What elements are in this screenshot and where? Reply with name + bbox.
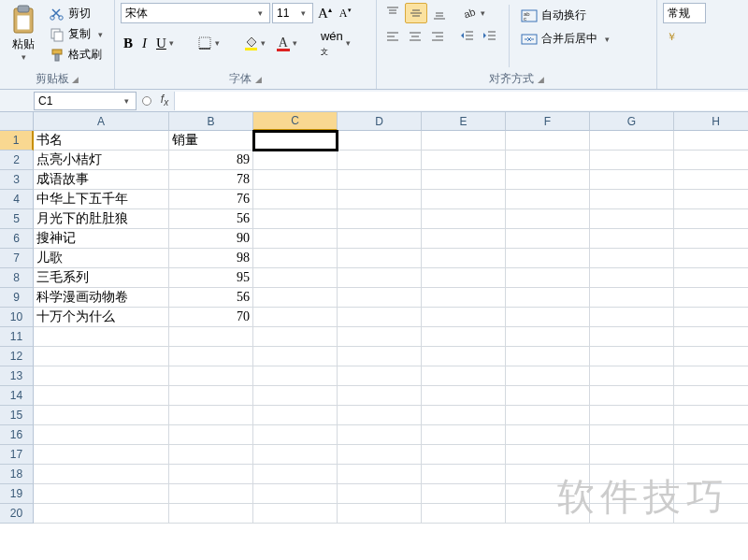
cell-H10[interactable] (674, 308, 748, 327)
orientation-button[interactable]: ab▾ (459, 4, 491, 22)
cell-B6[interactable]: 90 (169, 229, 253, 249)
cell-E10[interactable] (422, 308, 506, 327)
cell-C5[interactable] (253, 209, 338, 229)
cell-B20[interactable] (169, 504, 253, 524)
cell-D13[interactable] (338, 366, 422, 386)
cell-H1[interactable] (674, 131, 748, 151)
cell-H11[interactable] (674, 327, 748, 347)
cell-B1[interactable]: 销量 (169, 131, 253, 151)
cell-G14[interactable] (590, 386, 674, 406)
cell-A9[interactable]: 科学漫画动物卷 (34, 288, 169, 308)
cell-F4[interactable] (506, 190, 590, 209)
cell-C10[interactable] (253, 308, 338, 327)
cell-B17[interactable] (169, 445, 253, 465)
cell-A12[interactable] (34, 347, 169, 366)
cell-E5[interactable] (422, 209, 506, 229)
cell-H4[interactable] (674, 190, 748, 209)
cell-G11[interactable] (590, 327, 674, 347)
cell-A1[interactable]: 书名 (34, 131, 169, 151)
column-header-F[interactable]: F (506, 112, 590, 131)
cell-D15[interactable] (338, 406, 422, 425)
cell-F8[interactable] (506, 268, 590, 288)
cell-B11[interactable] (169, 327, 253, 347)
align-middle-button[interactable] (405, 3, 427, 23)
cell-B5[interactable]: 56 (169, 209, 253, 229)
row-header-7[interactable]: 7 (0, 249, 34, 268)
cell-G6[interactable] (590, 229, 674, 249)
cell-D6[interactable] (338, 229, 422, 249)
cell-F1[interactable] (506, 131, 590, 151)
cell-A18[interactable] (34, 465, 169, 484)
cell-H19[interactable] (674, 484, 748, 504)
cell-F6[interactable] (506, 229, 590, 249)
cell-B10[interactable]: 70 (169, 308, 253, 327)
cell-F5[interactable] (506, 209, 590, 229)
align-bottom-button[interactable] (429, 4, 450, 22)
row-header-2[interactable]: 2 (0, 151, 34, 170)
cell-A13[interactable] (34, 366, 169, 386)
cell-G5[interactable] (590, 209, 674, 229)
cell-G20[interactable] (590, 504, 674, 524)
cell-A3[interactable]: 成语故事 (34, 170, 169, 190)
cell-C8[interactable] (253, 268, 338, 288)
cell-F9[interactable] (506, 288, 590, 308)
cell-C9[interactable] (253, 288, 338, 308)
cell-C15[interactable] (253, 406, 338, 425)
row-header-10[interactable]: 10 (0, 308, 34, 327)
cell-B9[interactable]: 56 (169, 288, 253, 308)
cell-G19[interactable] (590, 484, 674, 504)
cell-E4[interactable] (422, 190, 506, 209)
cell-D4[interactable] (338, 190, 422, 209)
cells-area[interactable]: 书名销量点亮小桔灯89成语故事78中华上下五千年76月光下的肚肚狼56搜神记90… (34, 131, 748, 524)
cell-E16[interactable] (422, 425, 506, 445)
column-header-H[interactable]: H (674, 112, 748, 131)
cell-C4[interactable] (253, 190, 338, 209)
cell-D20[interactable] (338, 504, 422, 524)
cell-H2[interactable] (674, 151, 748, 170)
cell-C17[interactable] (253, 445, 338, 465)
row-header-1[interactable]: 1 (0, 131, 34, 151)
underline-button[interactable]: U▾ (153, 34, 180, 53)
cell-C2[interactable] (253, 151, 338, 170)
cell-F18[interactable] (506, 465, 590, 484)
cell-F13[interactable] (506, 366, 590, 386)
row-header-14[interactable]: 14 (0, 386, 34, 406)
cell-H16[interactable] (674, 425, 748, 445)
decrease-font-button[interactable]: A▾ (337, 5, 354, 22)
cell-F19[interactable] (506, 484, 590, 504)
cell-C18[interactable] (253, 465, 338, 484)
cell-A6[interactable]: 搜神记 (34, 229, 169, 249)
number-format-select[interactable]: 常规 (663, 3, 706, 23)
cell-A11[interactable] (34, 327, 169, 347)
cell-C19[interactable] (253, 484, 338, 504)
phonetic-button[interactable]: wén文▾ (318, 27, 357, 59)
cell-E19[interactable] (422, 484, 506, 504)
row-header-19[interactable]: 19 (0, 484, 34, 504)
cell-F17[interactable] (506, 445, 590, 465)
cell-H14[interactable] (674, 386, 748, 406)
cell-G4[interactable] (590, 190, 674, 209)
cell-A15[interactable] (34, 406, 169, 425)
cell-B13[interactable] (169, 366, 253, 386)
cell-A14[interactable] (34, 386, 169, 406)
font-color-button[interactable]: A▾ (276, 34, 304, 53)
cell-D16[interactable] (338, 425, 422, 445)
cell-A20[interactable] (34, 504, 169, 524)
cell-D1[interactable] (338, 131, 422, 151)
cell-E1[interactable] (422, 131, 506, 151)
cell-A19[interactable] (34, 484, 169, 504)
cell-H20[interactable] (674, 504, 748, 524)
column-header-C[interactable]: C (253, 112, 338, 131)
cell-E7[interactable] (422, 249, 506, 268)
cell-B2[interactable]: 89 (169, 151, 253, 170)
cell-B15[interactable] (169, 406, 253, 425)
cell-C14[interactable] (253, 386, 338, 406)
cell-E3[interactable] (422, 170, 506, 190)
formula-input[interactable] (174, 92, 748, 110)
column-header-G[interactable]: G (590, 112, 674, 131)
formula-expand-handle[interactable] (142, 96, 151, 106)
cell-A16[interactable] (34, 425, 169, 445)
currency-button[interactable]: ￥ (663, 27, 683, 46)
row-header-8[interactable]: 8 (0, 268, 34, 288)
row-header-3[interactable]: 3 (0, 170, 34, 190)
